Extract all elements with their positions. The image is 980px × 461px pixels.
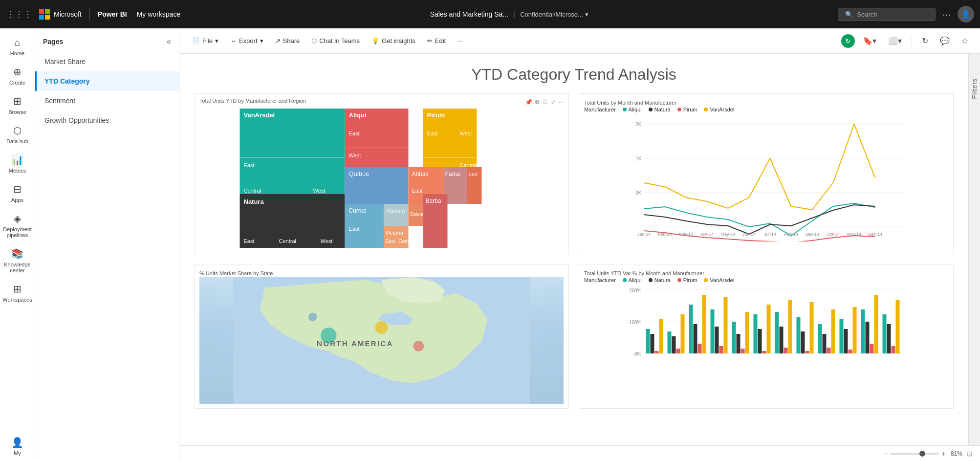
search-icon: 🔍: [845, 11, 853, 18]
svg-rect-69: [676, 349, 680, 353]
svg-rect-101: [849, 350, 852, 353]
page-item-ytd-category[interactable]: YTD Category: [35, 71, 179, 91]
svg-text:Aliqui: Aliqui: [349, 111, 367, 119]
svg-text:Pirum: Pirum: [427, 111, 445, 119]
grid-icon: ⋮⋮⋮: [6, 9, 32, 20]
treemap-svg: VanArsdel East Central West Natura East: [199, 109, 564, 248]
svg-text:Oct-14: Oct-14: [827, 232, 840, 237]
svg-text:Central: Central: [244, 188, 261, 194]
share-button[interactable]: ↗ Share: [270, 34, 305, 47]
sidebar-item-home[interactable]: ⌂ Home: [0, 32, 35, 61]
sidebar-item-datahub[interactable]: ⬡ Data hub: [0, 120, 35, 149]
avatar[interactable]: 👤: [958, 6, 974, 22]
map-area[interactable]: NORTH AMERICA: [199, 277, 564, 404]
more-options-icon[interactable]: ···: [942, 9, 951, 20]
favorite-button[interactable]: ☆: [958, 34, 972, 47]
more-toolbar-icon: ···: [457, 37, 463, 44]
bar-legend-aliqui: Aliqui: [623, 277, 642, 283]
zoom-level: 81%: [951, 450, 962, 457]
treemap-container: Total Units YTD by Manufacturer and Regi…: [194, 93, 569, 254]
insights-icon: 💡: [371, 37, 379, 44]
treemap-cell-vanarsdel[interactable]: [240, 109, 345, 194]
workspaces-icon: ⊞: [13, 283, 22, 295]
sidebar-item-knowledge[interactable]: 📚 Knowledge center: [0, 243, 35, 278]
svg-text:Mar-14: Mar-14: [679, 232, 693, 237]
export-button[interactable]: ↔ Export ▾: [225, 34, 268, 47]
svg-text:Barba: Barba: [426, 198, 441, 204]
legend-natura-dot: [649, 108, 653, 111]
treemap-filter-icon[interactable]: ☰: [543, 99, 548, 106]
treemap-copy-icon[interactable]: ⧉: [535, 99, 540, 106]
treemap-expand-icon[interactable]: ⤢: [551, 99, 556, 106]
sidebar-item-my[interactable]: 👤 My: [0, 432, 35, 461]
svg-rect-70: [681, 314, 685, 353]
pages-header: Pages «: [35, 28, 179, 52]
treemap-more-icon[interactable]: ···: [559, 99, 564, 106]
search-box[interactable]: 🔍 Search: [838, 8, 936, 21]
svg-rect-63: [646, 329, 650, 353]
zoom-minus-button[interactable]: -: [885, 450, 887, 458]
metrics-icon: 📊: [11, 154, 23, 166]
charts-grid: Total Units YTD by Manufacturer and Regi…: [194, 93, 954, 409]
sidebar-item-metrics[interactable]: 📊 Metrics: [0, 149, 35, 178]
bar-legend-vanarsdel: VanArsdel: [704, 277, 734, 283]
edit-button[interactable]: ✏ Edit: [422, 34, 451, 47]
pages-title: Pages: [43, 38, 63, 45]
page-item-market-share[interactable]: Market Share: [35, 52, 179, 71]
svg-rect-75: [711, 309, 715, 353]
svg-text:West: West: [321, 238, 333, 244]
workspace-label: My workspace: [137, 10, 180, 18]
fit-page-button[interactable]: ⊡: [966, 450, 972, 458]
sidebar-item-apps[interactable]: ⊟ Apps: [0, 178, 35, 208]
edit-icon: ✏: [427, 37, 433, 44]
bookmark-button[interactable]: 🔖▾: [859, 34, 880, 47]
page-item-sentiment[interactable]: Sentiment: [35, 91, 179, 110]
sidebar-item-my-label: My: [14, 450, 21, 456]
svg-rect-104: [866, 322, 870, 353]
sidebar-item-create[interactable]: ⊕ Create: [0, 61, 35, 90]
ms-squares-icon: [39, 9, 50, 20]
svg-text:East: East: [412, 188, 423, 194]
svg-text:East: East: [349, 131, 360, 136]
comment-button[interactable]: 💬: [936, 34, 954, 47]
export-icon: ↔: [230, 37, 237, 44]
svg-rect-110: [896, 300, 900, 353]
filters-label[interactable]: Filters: [971, 78, 978, 99]
more-toolbar-button[interactable]: ···: [453, 34, 468, 47]
svg-rect-88: [780, 327, 784, 353]
treemap-cell-pomum[interactable]: [384, 204, 409, 226]
bar-legend-vanarsdel-dot: [704, 278, 708, 282]
file-button[interactable]: 📄 File ▾: [187, 34, 223, 47]
zoom-slider[interactable]: [890, 453, 939, 455]
refresh-toolbar-button[interactable]: ↻: [918, 34, 932, 47]
zoom-thumb[interactable]: [919, 451, 925, 457]
get-insights-button[interactable]: 💡 Get insights: [367, 34, 420, 47]
sidebar-item-deployment[interactable]: ◈ Deployment pipelines: [0, 208, 35, 243]
treemap-pin-icon[interactable]: 📌: [525, 99, 532, 106]
svg-text:0K: 0K: [635, 190, 642, 196]
sidebar-item-create-label: Create: [9, 80, 25, 86]
sidebar-item-workspaces[interactable]: ⊞ Workspaces: [0, 278, 35, 307]
create-icon: ⊕: [13, 66, 22, 78]
sidebar-item-browse[interactable]: ⊞ Browse: [0, 90, 35, 120]
svg-text:Quibus: Quibus: [349, 170, 370, 177]
confidential-label[interactable]: Confidential\Microso... ▾: [520, 11, 588, 18]
sidebar-item-workspaces-label: Workspaces: [2, 297, 32, 303]
refresh-button[interactable]: ↻: [841, 34, 855, 48]
line-chart-legend: Manufacturer Aliqui Natura: [584, 107, 948, 112]
svg-rect-106: [874, 295, 878, 353]
page-item-growth-opportunities[interactable]: Growth Opportunities: [35, 110, 179, 130]
collapse-button[interactable]: «: [167, 37, 171, 46]
zoom-control: - + 81%: [885, 450, 962, 458]
home-icon: ⌂: [14, 37, 20, 48]
svg-rect-83: [754, 314, 758, 353]
treemap-cell-victoria[interactable]: [384, 226, 409, 248]
zoom-plus-button[interactable]: +: [942, 450, 946, 458]
svg-rect-98: [831, 309, 835, 353]
svg-text:200%: 200%: [629, 288, 642, 293]
knowledge-icon: 📚: [11, 248, 23, 260]
svg-text:East: East: [244, 238, 255, 244]
chat-in-teams-button[interactable]: ⬡ Chat in Teams: [306, 34, 365, 47]
svg-rect-84: [758, 329, 762, 353]
view-button[interactable]: ⬜▾: [884, 34, 906, 47]
